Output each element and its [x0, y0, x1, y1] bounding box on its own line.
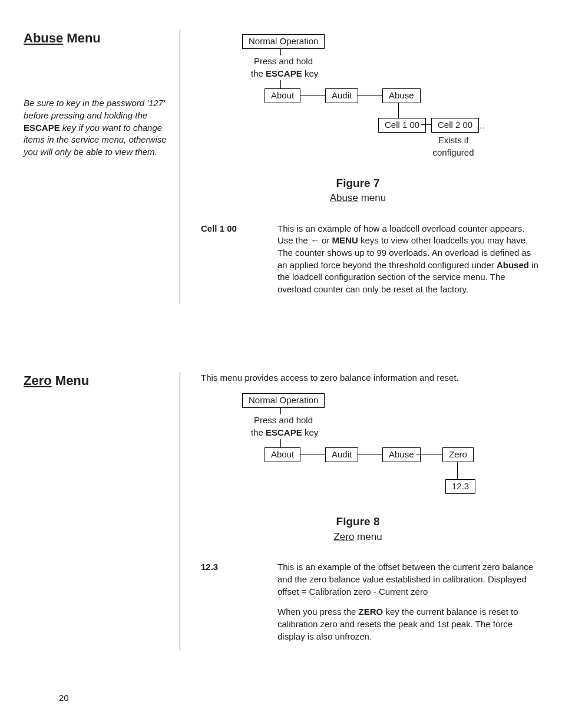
abuse-menu-heading-rest: Menu	[63, 31, 101, 45]
figure-8-diagram: Normal Operation Press and hold the ESCA…	[224, 393, 538, 508]
node-cell-2: Cell 2 00	[431, 118, 479, 133]
page-number: 20	[59, 692, 538, 704]
figure-7-diagram: Normal Operation Press and hold the ESCA…	[224, 34, 538, 170]
zero-menu-heading-underline: Zero	[24, 373, 52, 388]
node-abuse-2: Abuse	[382, 447, 421, 462]
node-press-hold-2: Press and hold the ESCAPE key	[251, 414, 316, 439]
figure-7-caption: Figure 7 Abuse menu	[201, 176, 515, 205]
cell1-term: Cell 1 00	[201, 223, 277, 304]
node-exists-if-configured: Exists if configured	[431, 134, 475, 159]
abuse-menu-heading: Abuse Menu	[24, 29, 169, 47]
node-press-hold: Press and hold the ESCAPE key	[251, 55, 316, 80]
left-arrow-icon: ←	[310, 235, 319, 245]
zero-value-term: 12.3	[201, 561, 277, 651]
node-normal-operation: Normal Operation	[242, 34, 325, 49]
node-about: About	[265, 88, 300, 103]
abuse-menu-heading-underline: Abuse	[24, 31, 63, 45]
node-normal-operation-2: Normal Operation	[242, 393, 325, 408]
node-audit: Audit	[325, 88, 358, 103]
zero-value-body: This is an example of the offset between…	[277, 561, 538, 651]
node-abuse: Abuse	[382, 88, 421, 103]
cell1-definition: Cell 1 00 This is an example of how a lo…	[201, 223, 538, 304]
cell1-body: This is an example of how a loadcell ove…	[277, 223, 538, 304]
node-cell-1: Cell 1 00	[378, 118, 426, 133]
figure-8-caption: Figure 8 Zero menu	[201, 514, 515, 543]
zero-menu-intro: This menu provides access to zero balanc…	[201, 372, 538, 384]
node-audit-2: Audit	[325, 447, 358, 462]
zero-menu-heading: Zero Menu	[24, 372, 169, 390]
node-dots: ···	[476, 121, 485, 134]
node-about-2: About	[265, 447, 300, 462]
zero-menu-heading-rest: Menu	[52, 373, 90, 388]
zero-value-definition: 12.3 This is an example of the offset be…	[201, 561, 538, 651]
node-zero-value: 12.3	[445, 479, 475, 494]
abuse-sidenote: Be sure to key in the password '127' bef…	[24, 97, 169, 158]
node-zero: Zero	[442, 447, 474, 462]
